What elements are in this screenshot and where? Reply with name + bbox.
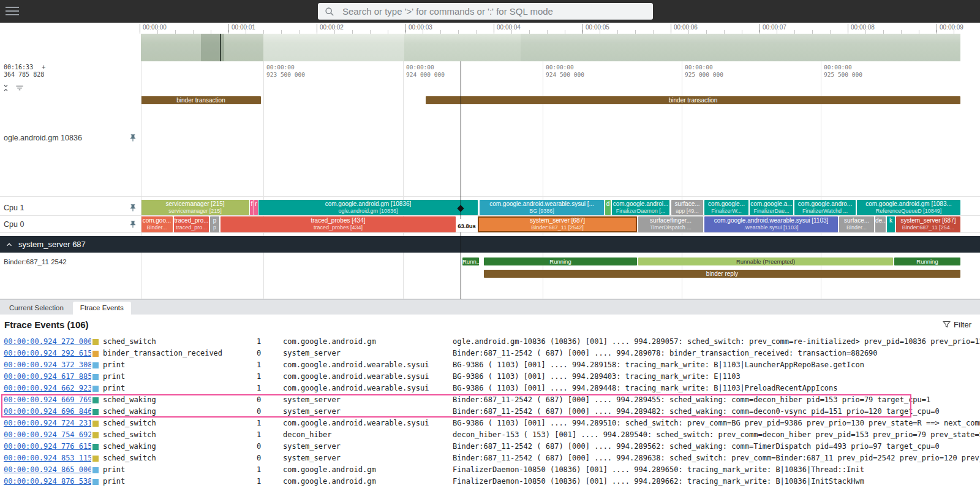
thread-state-slice[interactable]: Runnable (Preempted) (638, 258, 893, 265)
overview-tick-label: 00:00:07 (760, 24, 786, 32)
detail-ruler[interactable]: 00:16:33+ 364 785 828 00:00:00 923 500 0… (0, 61, 980, 96)
timestamp-link[interactable]: 00:00:00.924 372 308 (0, 359, 91, 371)
cpu-slice[interactable]: com.google.android.wearable.sysui [... B… (480, 200, 604, 215)
event-name-cell: sched_waking (91, 441, 257, 452)
cpu-slice[interactable]: traced_probes [434] traced_probes [434] (221, 216, 456, 232)
args-cell: Binder:687_11-2542 ( 687) [000] .... 994… (453, 452, 980, 464)
timestamp-link[interactable]: 00:00:00.924 669 769 (0, 394, 91, 406)
args-cell: BG-9386 ( 1103) [001] .... 994.289510: s… (453, 418, 980, 429)
cpu-slice[interactable]: k (887, 216, 895, 232)
timestamp-link[interactable]: 00:00:00.924 754 692 (0, 429, 91, 441)
binder-reply-slice[interactable]: binder reply (484, 270, 960, 278)
process-cell: com.google.android.wearable.sysui (283, 359, 453, 371)
event-type-chip (92, 386, 99, 392)
table-row[interactable]: 00:00:00.924 865 000 print 1 com.google.… (0, 464, 980, 476)
table-row[interactable]: 00:00:00.924 696 846 sched_waking 0 syst… (0, 406, 980, 418)
event-name: sched_switch (103, 418, 156, 429)
cpu-slice[interactable]: de... (875, 216, 886, 232)
cpu-slice[interactable]: com.google.a... FinalizerDae... (750, 200, 793, 215)
cpu-slice[interactable]: surface... app [49... (671, 200, 703, 215)
timestamp-link[interactable]: 00:00:00.924 272 000 (0, 336, 91, 348)
track-label-gm-process[interactable]: ogle.android.gm 10836 (0, 132, 141, 144)
menu-icon[interactable] (6, 7, 19, 17)
timestamp-link[interactable]: 00:00:00.924 724 231 (0, 418, 91, 429)
event-name-cell: sched_switch (91, 336, 257, 348)
timestamp-link[interactable]: 00:00:00.924 865 000 (0, 464, 91, 476)
table-row[interactable]: 00:00:00.924 724 231 sched_switch 1 com.… (0, 418, 980, 429)
time-offset: 00:16:33+ 364 785 828 (4, 64, 45, 78)
args-cell: ogle.android.gm-10836 (10836) [001] ....… (453, 336, 980, 348)
table-row[interactable]: 00:00:00.924 617 885 print 1 com.google.… (0, 371, 980, 383)
search-bar[interactable] (318, 3, 653, 20)
filter-button[interactable]: Filter (943, 320, 971, 329)
cpu-slice[interactable]: com.google... FinalizerW... (704, 200, 748, 215)
collapse-tracks-icon[interactable] (1, 83, 10, 93)
cpu-slice[interactable]: com.google.android.gm [10836] ogle.andro… (258, 200, 478, 215)
minimap-density-patch (263, 34, 404, 61)
cpu-slice[interactable]: com.google.android.gm [1083... Reference… (857, 200, 960, 215)
timestamp-link[interactable]: 00:00:00.924 662 923 (0, 383, 91, 394)
process-cell: system_server (283, 406, 453, 418)
process-group-header[interactable]: system_server 687 (0, 236, 980, 253)
timestamp-link[interactable]: 00:00:00.924 776 615 (0, 441, 91, 452)
timeline-cursor[interactable] (461, 61, 461, 299)
overview-tick-label: 00:00:08 (848, 24, 875, 32)
timestamp-link[interactable]: 00:00:00.924 696 846 (0, 406, 91, 418)
event-name-cell: binder_transaction_received (91, 348, 257, 359)
event-name: binder_transaction_received (103, 348, 222, 359)
cpu-slice[interactable]: d (605, 200, 611, 215)
duration-measure-label: 63.8us (456, 219, 477, 232)
cpu-slice[interactable]: servicemanager [215] servicemanager [215… (141, 200, 249, 215)
event-name: sched_waking (103, 441, 156, 452)
sidebar-divider (141, 61, 141, 299)
cpu-slice[interactable]: surface... Binder... (839, 216, 874, 232)
pin-icon[interactable] (129, 134, 137, 142)
table-row[interactable]: 00:00:00.924 876 538 print 1 com.google.… (0, 476, 980, 487)
cpu-cell: 1 (257, 383, 283, 394)
cpu-slice[interactable]: traced_pro... traced_pro... (174, 216, 209, 232)
overview-ruler[interactable]: 00:00:00 00:00:01 00:00:02 00:00:03 00:0… (0, 23, 980, 34)
process-cell: com.google.android.gm (283, 336, 453, 348)
timestamp-link[interactable]: 00:00:00.924 853 115 (0, 452, 91, 464)
tab[interactable]: Current Selection (2, 302, 71, 315)
thread-state-slice[interactable]: Running (894, 258, 960, 265)
table-row[interactable]: 00:00:00.924 853 115 sched_switch 0 syst… (0, 452, 980, 464)
search-input[interactable] (341, 6, 647, 17)
async-slice[interactable]: binder transaction (141, 96, 261, 104)
cpu-slice[interactable]: surfaceflinger... TimerDispatch ... (638, 216, 703, 232)
track-filter-icon[interactable] (15, 83, 24, 93)
cpu-slice[interactable]: system_server [687] Binder:687_11 [254..… (896, 216, 960, 232)
cpu-slice[interactable]: com.google.android.wearable.sysui [1103]… (704, 216, 838, 232)
table-row[interactable]: 00:00:00.924 272 000 sched_switch 1 com.… (0, 336, 980, 348)
timeline-minimap[interactable] (141, 34, 960, 61)
thread-state-slice[interactable]: Running (484, 258, 637, 265)
cpu-cell: 1 (257, 371, 283, 383)
cpu-slice[interactable]: r (254, 200, 258, 215)
table-row[interactable]: 00:00:00.924 372 308 print 1 com.google.… (0, 359, 980, 371)
table-row[interactable]: 00:00:00.924 776 615 sched_waking 0 syst… (0, 441, 980, 452)
cpu-slice[interactable]: system_server [687] Binder:687_11 [2542] (478, 216, 637, 232)
timestamp-link[interactable]: 00:00:00.924 617 885 (0, 371, 91, 383)
cpu-slice[interactable]: f (250, 200, 254, 215)
cpu-slice[interactable]: com.goo... Binder... (141, 216, 173, 232)
table-row[interactable]: 00:00:00.924 662 923 print 1 com.google.… (0, 383, 980, 394)
cpu-slice[interactable]: com.google.andro... FinalizerWatchd ... (794, 200, 856, 215)
cpu-slice[interactable]: p p (210, 216, 219, 232)
table-row[interactable]: 00:00:00.924 669 769 sched_waking 0 syst… (0, 394, 980, 406)
table-row[interactable]: 00:00:00.924 292 615 binder_transaction_… (0, 348, 980, 359)
minimap-density-patch (521, 34, 960, 61)
args-cell: FinalizerDaemon-10850 (10836) [001] ....… (453, 476, 980, 487)
overview-tick-label: 00:00:09 (937, 24, 963, 32)
tab[interactable]: Ftrace Events (73, 302, 131, 315)
table-row[interactable]: 00:00:00.924 754 692 sched_switch 1 deco… (0, 429, 980, 441)
thread-state-slice[interactable]: Runn... (462, 258, 479, 265)
async-slice[interactable]: binder transaction (426, 96, 960, 104)
event-name: print (103, 476, 125, 487)
ftrace-panel-header: Ftrace Events (106) Filter (0, 315, 980, 336)
args-cell: BG-9386 ( 1103) [001] .... 994.289158: t… (453, 359, 980, 371)
args-cell: Binder:687_11-2542 ( 687) [000] .... 994… (453, 441, 980, 452)
cpu-slice[interactable]: com.google.androi... FinalizerDaemon [..… (612, 200, 669, 215)
cpu0-slices: com.goo... Binder... traced_pro... trace… (0, 216, 980, 232)
timestamp-link[interactable]: 00:00:00.924 292 615 (0, 348, 91, 359)
timestamp-link[interactable]: 00:00:00.924 876 538 (0, 476, 91, 487)
